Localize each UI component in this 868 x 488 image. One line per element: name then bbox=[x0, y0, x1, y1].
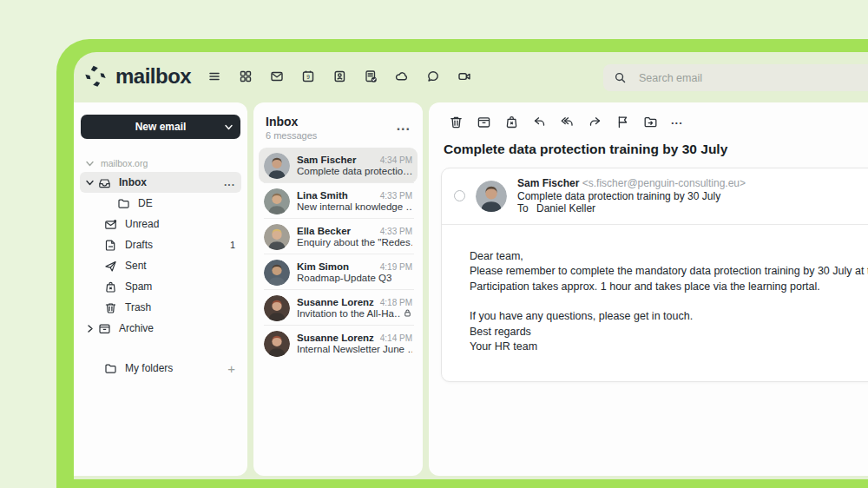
top-header: mailbox 9 bbox=[74, 52, 868, 102]
svg-text:9: 9 bbox=[306, 74, 310, 80]
message-time: 4:14 PM bbox=[380, 333, 412, 343]
app-window: mailbox 9 bbox=[56, 39, 868, 488]
search-input[interactable] bbox=[639, 72, 868, 84]
mail-subject-line: Complete data protection training by 30 … bbox=[517, 190, 746, 203]
add-folder-button[interactable]: + bbox=[227, 361, 235, 376]
sidebar-item-label: Sent bbox=[125, 260, 235, 272]
read-status-toggle[interactable] bbox=[454, 190, 465, 201]
sidebar-item-spam[interactable]: Spam bbox=[80, 276, 241, 297]
avatar bbox=[264, 153, 290, 179]
chevron-down-icon[interactable] bbox=[86, 179, 94, 187]
reply-all-icon[interactable] bbox=[560, 115, 575, 129]
chevron-down-icon[interactable] bbox=[225, 123, 233, 131]
brand-name: mailbox bbox=[115, 64, 191, 89]
to-name: Daniel Keller bbox=[536, 202, 595, 214]
message-preview: Complete data protectio… bbox=[297, 166, 412, 176]
mail-card-header[interactable]: Sam Fischer <s.fischer@penguin-consultin… bbox=[442, 168, 868, 225]
list-item[interactable]: Ella Becker4:33 PM Enquiry about the "Re… bbox=[259, 219, 418, 254]
sender-name: Susanne Lorenz bbox=[297, 333, 377, 343]
list-item[interactable]: Susanne Lorenz4:18 PM Invitation to the … bbox=[259, 290, 418, 326]
mail-content-panel: ... Complete data protection training by… bbox=[429, 102, 868, 476]
hamburger-menu-icon[interactable] bbox=[207, 69, 221, 83]
mail-icon[interactable] bbox=[270, 69, 284, 83]
message-preview: Roadmap-Update Q3 bbox=[297, 273, 391, 283]
avatar bbox=[264, 295, 290, 321]
mail-unread-icon bbox=[104, 218, 117, 231]
message-time: 4:33 PM bbox=[380, 227, 412, 236]
list-item[interactable]: Lina Smith4:33 PM New internal knowledge… bbox=[259, 183, 418, 219]
body-line: Best regards bbox=[470, 325, 868, 340]
body-line: If you have any questions, please get in… bbox=[470, 309, 868, 325]
mail-list-panel: Inbox 6 messages ... Sam Fischer4:34 PM … bbox=[253, 102, 423, 476]
sidebar-item-label: Archive bbox=[119, 322, 235, 334]
more-actions-button[interactable]: ... bbox=[671, 114, 683, 127]
message-time: 4:18 PM bbox=[380, 298, 412, 307]
mail-card: Sam Fischer <s.fischer@penguin-consultin… bbox=[441, 168, 868, 382]
list-options-button[interactable]: ... bbox=[397, 118, 411, 134]
trash-icon[interactable] bbox=[449, 115, 464, 129]
message-time: 4:19 PM bbox=[380, 262, 412, 272]
sender-name: Ella Becker bbox=[297, 226, 377, 236]
new-email-button[interactable]: New email bbox=[81, 115, 240, 139]
sidebar-item-label: Unread bbox=[125, 218, 235, 230]
archive-icon[interactable] bbox=[477, 115, 491, 129]
folder-options-button[interactable]: ... bbox=[224, 176, 235, 188]
from-email: <s.fischer@penguin-consulting.eu> bbox=[582, 177, 746, 189]
move-to-folder-icon[interactable] bbox=[643, 115, 658, 129]
tasks-icon[interactable] bbox=[364, 69, 378, 83]
cloud-icon[interactable] bbox=[395, 69, 409, 83]
from-name: Sam Fischer bbox=[517, 177, 579, 189]
draft-icon bbox=[104, 239, 117, 252]
send-icon bbox=[104, 260, 117, 273]
list-title: Inbox bbox=[266, 115, 412, 129]
sidebar-item-inbox[interactable]: Inbox ... bbox=[80, 172, 241, 193]
sender-name: Sam Fischer bbox=[297, 155, 377, 165]
app-surface: mailbox 9 bbox=[74, 52, 868, 479]
forward-icon[interactable] bbox=[588, 115, 602, 129]
message-time: 4:33 PM bbox=[380, 191, 412, 201]
mail-from-line: Sam Fischer <s.fischer@penguin-consultin… bbox=[517, 177, 746, 190]
list-item[interactable]: Sam Fischer4:34 PM Complete data protect… bbox=[259, 148, 418, 183]
sender-name: Kim Simon bbox=[297, 261, 377, 272]
message-preview: Enquiry about the "Redes… bbox=[297, 237, 412, 247]
sidebar-item-drafts[interactable]: Drafts 1 bbox=[80, 234, 241, 255]
list-item[interactable]: Susanne Lorenz4:14 PM Internal Newslette… bbox=[259, 326, 418, 361]
calendar-icon[interactable]: 9 bbox=[301, 69, 315, 83]
sidebar-item-sent[interactable]: Sent bbox=[80, 255, 241, 276]
apps-grid-icon[interactable] bbox=[239, 69, 253, 83]
chevron-right-icon[interactable] bbox=[86, 325, 94, 333]
sidebar-item-my-folders[interactable]: My folders + bbox=[80, 358, 241, 379]
body-line: Your HR team bbox=[470, 340, 868, 355]
sidebar-item-label: Spam bbox=[125, 280, 235, 293]
body-line: Participation takes approx. 1 hour and t… bbox=[470, 280, 868, 295]
sidebar-item-trash[interactable]: Trash bbox=[80, 297, 241, 318]
flag-icon[interactable] bbox=[615, 115, 630, 129]
search-bar[interactable] bbox=[603, 64, 868, 91]
spam-icon[interactable] bbox=[504, 115, 519, 129]
mailbox-logo-icon bbox=[82, 63, 108, 89]
list-message-count: 6 messages bbox=[266, 130, 412, 141]
chat-icon[interactable] bbox=[426, 69, 440, 83]
spam-icon bbox=[104, 280, 117, 293]
avatar bbox=[264, 331, 290, 357]
body-line: Dear team, bbox=[470, 249, 868, 265]
account-row[interactable]: mailbox.org bbox=[86, 158, 240, 168]
mail-list-header: Inbox 6 messages ... bbox=[253, 102, 423, 148]
drafts-count-badge: 1 bbox=[230, 240, 235, 250]
sidebar-item-unread[interactable]: Unread bbox=[80, 214, 241, 234]
sender-name: Susanne Lorenz bbox=[297, 297, 377, 307]
to-label: To bbox=[517, 202, 529, 214]
list-item[interactable]: Kim Simon4:19 PM Roadmap-Update Q3 bbox=[259, 254, 418, 290]
sidebar-item-archive[interactable]: Archive bbox=[80, 318, 241, 339]
avatar bbox=[264, 260, 290, 286]
sidebar-item-de[interactable]: DE bbox=[80, 193, 241, 214]
mail-subject-heading: Complete data protection training by 30 … bbox=[444, 142, 868, 157]
sidebar-item-label: Trash bbox=[125, 301, 235, 313]
video-icon[interactable] bbox=[457, 69, 471, 83]
message-preview: Invitation to the All-Ha… bbox=[297, 308, 401, 319]
search-icon bbox=[614, 71, 627, 84]
reply-icon[interactable] bbox=[532, 115, 547, 129]
folder-sidebar: New email mailbox.org Inbox ... bbox=[74, 102, 247, 476]
contacts-icon[interactable] bbox=[332, 69, 346, 83]
sidebar-item-label: My folders bbox=[125, 362, 227, 374]
